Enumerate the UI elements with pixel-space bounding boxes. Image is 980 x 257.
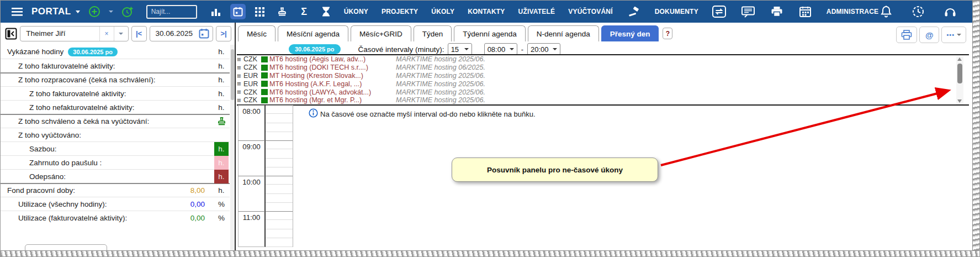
scrollbar-thumb[interactable]	[231, 49, 234, 100]
quarter-cell[interactable]	[266, 220, 293, 229]
sidebar-scrollbar[interactable]	[230, 45, 235, 257]
view-tab[interactable]: Přesný den	[601, 25, 659, 41]
task-row[interactable]: ≡ CZK MT6 hosting (Mgr. et Mgr. P...) MA…	[237, 96, 955, 104]
main-menu: ÚKONY PROJEKTY ÚKOLY KONTAKTY UŽIVATELÉ …	[344, 4, 879, 19]
drag-handle-icon[interactable]: ≡	[237, 96, 243, 104]
hourglass-icon[interactable]	[319, 4, 334, 19]
task-name[interactable]: MT6 hosting (Aegis Law, adv...)	[269, 55, 372, 63]
time-clock-icon[interactable]	[910, 4, 926, 19]
task-name[interactable]: MT Hosting (Kreston Slovak...)	[269, 72, 372, 80]
chart-icon[interactable]	[208, 4, 224, 19]
nav-menu-item[interactable]: UŽIVATELÉ	[518, 8, 555, 15]
next-day-button[interactable]: >|	[216, 26, 231, 41]
chevron-down-icon	[76, 11, 80, 13]
sidebar-header: Theimer Jiří × |< 30.06.2025 >|	[1, 23, 235, 44]
task-name[interactable]: MT6 Hosting (A.K.F. Legal, ...)	[269, 80, 372, 88]
nav-menu-item[interactable]: KONTAKTY	[468, 8, 505, 15]
task-row[interactable]: ≡ CZK MT6 hosting (LAWYA, advokát...) MA…	[237, 88, 955, 96]
view-tab[interactable]: Měsíc	[238, 25, 276, 41]
quarter-cell[interactable]	[266, 229, 293, 238]
task-row[interactable]: ≡ CZK MT6 hosting (Aegis Law, adv...) MA…	[237, 55, 955, 64]
gavel-icon[interactable]	[626, 4, 642, 19]
quarter-cell[interactable]	[266, 159, 293, 167]
brand-menu[interactable]: PORTAL	[31, 6, 80, 17]
email-button[interactable]: @	[919, 27, 939, 43]
search-input[interactable]	[146, 5, 197, 19]
time-from-select[interactable]: 08:00	[484, 43, 517, 55]
add-time-record-button[interactable]	[120, 4, 135, 19]
date-picker[interactable]: 30.06.2025	[150, 26, 214, 41]
time-to-select[interactable]: 20:00	[527, 43, 560, 55]
chat-icon[interactable]	[740, 4, 756, 19]
quarter-cell[interactable]	[266, 203, 293, 212]
interval-select[interactable]: 15	[448, 43, 472, 55]
task-currency: CZK	[243, 88, 261, 96]
view-tab[interactable]: Týdenní agenda	[454, 25, 526, 41]
quarter-cell[interactable]	[266, 105, 293, 114]
task-row[interactable]: ≡ EUR MT Hosting (Kreston Slovak...) MAR…	[237, 72, 955, 80]
drag-handle-icon[interactable]: ≡	[237, 88, 243, 96]
planning-calendar-icon[interactable]	[798, 4, 813, 19]
view-tab[interactable]: Měsíční agenda	[278, 25, 348, 41]
quarter-cell[interactable]	[266, 140, 293, 149]
headset-support-icon[interactable]	[942, 4, 958, 19]
task-name[interactable]: MT6 hosting (LAWYA, advokát...)	[269, 88, 372, 96]
quarter-cell[interactable]	[266, 149, 293, 158]
more-options-button[interactable]: •••	[941, 27, 966, 43]
quarter-cells	[266, 105, 293, 141]
add-new-button[interactable]	[87, 4, 102, 19]
task-name[interactable]: MT6 hosting (Mgr. et Mgr. P...)	[269, 96, 372, 104]
drag-handle-icon[interactable]: ≡	[237, 80, 243, 88]
task-color-square	[261, 56, 268, 62]
apps-grid-icon[interactable]	[252, 4, 268, 19]
add-new-dropdown-icon[interactable]	[109, 11, 113, 13]
quarter-cell[interactable]	[266, 185, 293, 193]
drag-handle-icon[interactable]: ≡	[237, 55, 243, 64]
scrollbar-thumb[interactable]	[957, 64, 962, 83]
nav-menu-item-administration[interactable]: ADMINISTRACE	[827, 8, 878, 15]
nav-menu-item[interactable]: PROJEKTY	[382, 8, 418, 15]
nav-menu-item-documents[interactable]: DOKUMENTY	[655, 8, 698, 15]
print-icon[interactable]	[769, 4, 785, 19]
quarter-cell[interactable]	[266, 194, 293, 203]
calendar-picker-icon[interactable]	[197, 27, 210, 40]
quarter-cell[interactable]	[266, 167, 293, 176]
collapse-panel-icon[interactable]	[5, 27, 17, 40]
sum-icon[interactable]: Σ	[296, 4, 312, 19]
help-button[interactable]: ?	[663, 28, 672, 39]
tasks-panel-scrollbar[interactable]	[956, 56, 963, 104]
transfer-icon[interactable]	[712, 4, 727, 19]
summary-row-label: Z toho rozpracované (čeká na schválení):	[1, 76, 155, 84]
drag-handle-icon[interactable]: ≡	[237, 64, 243, 72]
view-tab[interactable]: Měsíc+GRID	[351, 25, 411, 41]
view-tab[interactable]: N-denní agenda	[528, 25, 599, 41]
approval-stamp-icon[interactable]	[274, 4, 290, 19]
person-dropdown-button[interactable]	[114, 27, 128, 41]
view-tab[interactable]: Týden	[414, 25, 452, 41]
interval-label: Časové intervaly (minuty):	[358, 45, 444, 54]
person-picker[interactable]: Theimer Jiří ×	[20, 26, 128, 41]
scroll-up-icon[interactable]	[957, 57, 962, 61]
drag-handle-icon[interactable]: ≡	[237, 72, 243, 80]
quarter-cell[interactable]	[266, 114, 293, 123]
hour-row: 08:00	[238, 106, 293, 141]
quarter-cell[interactable]	[266, 176, 293, 185]
hamburger-menu-icon[interactable]	[9, 4, 25, 19]
clear-person-button[interactable]: ×	[99, 27, 114, 41]
task-row[interactable]: ≡ CZK MT6 hosting (DOKI TECH s.r....) MA…	[237, 64, 955, 72]
previous-day-button[interactable]: |<	[131, 26, 147, 41]
notifications-bell-icon[interactable]	[878, 4, 894, 19]
quarter-cell[interactable]	[266, 132, 293, 141]
nav-menu-item[interactable]: ÚKOLY	[431, 8, 454, 15]
quarter-cell[interactable]	[266, 123, 293, 132]
print-button[interactable]	[896, 27, 917, 43]
quarter-cell[interactable]	[266, 238, 293, 247]
task-row[interactable]: ≡ EUR MT6 Hosting (A.K.F. Legal, ...) MA…	[237, 80, 955, 88]
calendar-icon[interactable]	[230, 4, 246, 19]
task-name[interactable]: MT6 hosting (DOKI TECH s.r....)	[269, 64, 372, 71]
quarter-cell[interactable]	[266, 211, 293, 220]
scroll-down-icon[interactable]	[957, 99, 962, 103]
summary-row: Z toho fakturovatelné aktivity: h.	[1, 59, 230, 72]
nav-menu-item[interactable]: ÚKONY	[344, 8, 368, 15]
nav-menu-item[interactable]: VYÚČTOVÁNÍ	[568, 8, 612, 15]
